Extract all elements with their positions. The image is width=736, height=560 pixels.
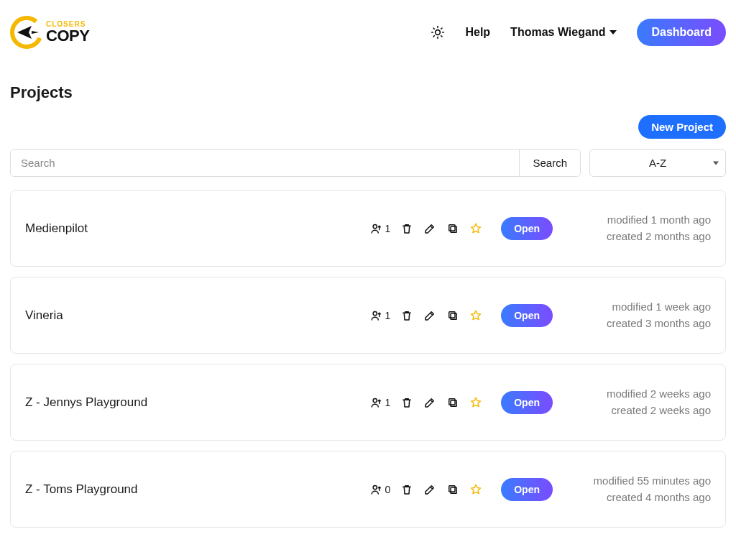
svg-point-10 (374, 224, 377, 228)
star-icon (469, 396, 482, 409)
modified-label: modified 55 minutes ago (574, 473, 711, 490)
sort-select[interactable]: A-Z (589, 149, 726, 177)
logo[interactable]: CLOSERS COPY (10, 16, 89, 49)
pencil-icon (423, 309, 436, 322)
created-label: created 2 months ago (574, 229, 711, 245)
search-button[interactable]: Search (519, 150, 580, 176)
project-card: Vineria 1 (10, 277, 726, 354)
project-meta: modified 1 week ago created 3 months ago (574, 299, 711, 331)
logo-text-bottom: COPY (46, 28, 89, 44)
duplicate-button[interactable] (446, 309, 459, 322)
page-title: Projects (10, 83, 726, 102)
svg-point-1 (436, 30, 441, 35)
svg-rect-18 (449, 398, 455, 404)
svg-line-8 (434, 36, 435, 37)
top-nav: Help Thomas Wiegand Dashboard (431, 19, 726, 46)
user-icon (370, 222, 383, 235)
project-name: Z - Jennys Playground (25, 395, 212, 410)
pencil-icon (423, 222, 436, 235)
svg-point-19 (374, 485, 377, 489)
theme-toggle[interactable] (431, 25, 445, 40)
search-row: Search A-Z (10, 149, 726, 177)
user-icon (370, 309, 383, 322)
edit-button[interactable] (423, 222, 436, 235)
members-count[interactable]: 1 (370, 396, 390, 409)
star-icon (469, 309, 482, 322)
svg-line-4 (434, 28, 435, 29)
project-actions: 1 Open (370, 217, 553, 240)
modified-label: modified 2 weeks ago (574, 386, 711, 403)
project-actions: 0 Open (370, 478, 553, 501)
trash-icon (400, 483, 413, 496)
duplicate-button[interactable] (446, 222, 459, 235)
open-button[interactable]: Open (501, 391, 553, 414)
project-card: Medienpilot 1 (10, 190, 726, 267)
modified-label: modified 1 week ago (574, 299, 711, 316)
favorite-button[interactable] (469, 309, 482, 322)
project-card: Z - Jennys Playground 1 (10, 364, 726, 441)
search-input[interactable] (11, 150, 519, 176)
svg-rect-20 (451, 487, 456, 493)
user-icon (370, 483, 383, 496)
user-icon (370, 396, 383, 409)
project-name: Vineria (25, 308, 212, 323)
chevron-down-icon (610, 30, 617, 35)
delete-button[interactable] (400, 222, 413, 235)
edit-button[interactable] (423, 483, 436, 496)
duplicate-button[interactable] (446, 396, 459, 409)
project-name: Medienpilot (25, 221, 212, 236)
star-icon (469, 222, 482, 235)
favorite-button[interactable] (469, 483, 482, 496)
copy-icon (446, 309, 459, 322)
nav-user-menu[interactable]: Thomas Wiegand (510, 26, 617, 39)
favorite-button[interactable] (469, 396, 482, 409)
delete-button[interactable] (400, 309, 413, 322)
project-meta: modified 1 month ago created 2 months ag… (574, 212, 711, 244)
svg-rect-14 (451, 313, 456, 319)
sun-icon (431, 25, 445, 40)
project-meta: modified 2 weeks ago created 2 weeks ago (574, 386, 711, 418)
svg-point-16 (374, 398, 377, 402)
members-count[interactable]: 1 (370, 309, 390, 322)
favorite-button[interactable] (469, 222, 482, 235)
members-count[interactable]: 0 (370, 483, 390, 496)
new-project-row: New Project (10, 115, 726, 139)
trash-icon (400, 396, 413, 409)
svg-rect-12 (449, 224, 455, 230)
dashboard-button[interactable]: Dashboard (637, 19, 726, 46)
copy-icon (446, 222, 459, 235)
delete-button[interactable] (400, 396, 413, 409)
nav-help[interactable]: Help (465, 26, 490, 39)
svg-rect-17 (451, 400, 456, 406)
open-button[interactable]: Open (501, 478, 553, 501)
edit-button[interactable] (423, 396, 436, 409)
trash-icon (400, 222, 413, 235)
created-label: created 4 months ago (574, 490, 711, 506)
project-name: Z - Toms Playground (25, 482, 212, 497)
nav-user-name: Thomas Wiegand (510, 26, 605, 39)
project-list: Medienpilot 1 (10, 190, 726, 528)
trash-icon (400, 309, 413, 322)
new-project-button[interactable]: New Project (638, 115, 726, 139)
pencil-icon (423, 483, 436, 496)
members-count[interactable]: 1 (370, 222, 390, 235)
edit-button[interactable] (423, 309, 436, 322)
svg-rect-21 (449, 485, 455, 491)
modified-label: modified 1 month ago (574, 212, 711, 229)
created-label: created 2 weeks ago (574, 403, 711, 419)
duplicate-button[interactable] (446, 483, 459, 496)
copy-icon (446, 396, 459, 409)
created-label: created 3 months ago (574, 316, 711, 332)
open-button[interactable]: Open (501, 217, 553, 240)
copy-icon (446, 483, 459, 496)
svg-rect-11 (451, 226, 456, 232)
project-actions: 1 Open (370, 304, 553, 327)
project-actions: 1 Open (370, 391, 553, 414)
open-button[interactable]: Open (501, 304, 553, 327)
header: CLOSERS COPY Help Thomas Wiegand Dashboa… (10, 10, 726, 66)
delete-button[interactable] (400, 483, 413, 496)
sort-wrap: A-Z (589, 149, 726, 177)
svg-rect-15 (449, 311, 455, 317)
logo-mark-icon (10, 16, 43, 49)
star-icon (469, 483, 482, 496)
